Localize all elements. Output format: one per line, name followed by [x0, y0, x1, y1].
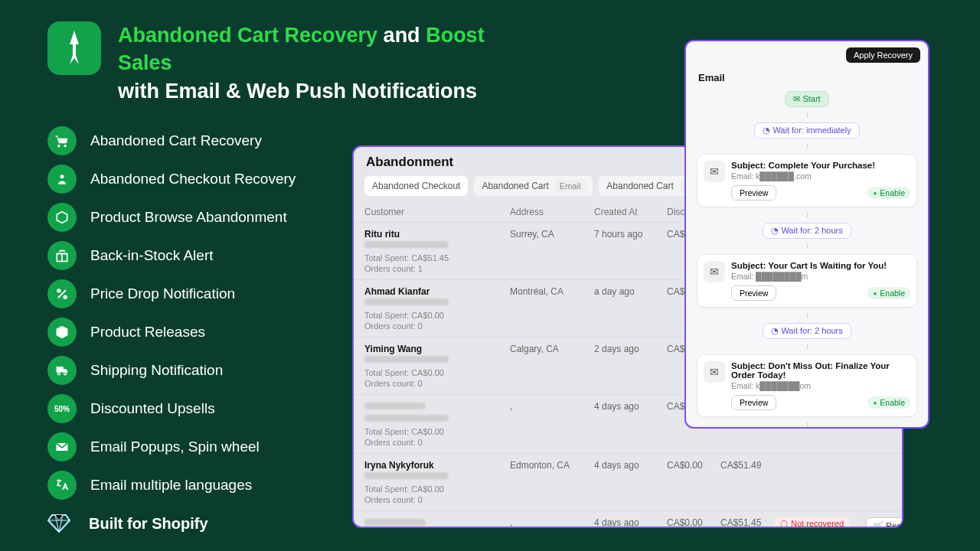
feature-label: Email Popups, Spin wheel [90, 439, 260, 455]
hero-heading: Abandoned Cart Recovery and Boost Sales … [47, 21, 492, 105]
box-icon [47, 203, 77, 232]
flow-start-pill: ✉ Start [785, 91, 828, 107]
tab-abandoned-checkout[interactable]: Abandoned Checkout [364, 176, 468, 196]
email-address: Email: k███████om [731, 381, 910, 390]
table-row[interactable]: Iryna Nykyforuk Total Spent: CA$0.00 Ord… [354, 453, 902, 510]
language-icon [47, 471, 77, 500]
percent-icon [47, 279, 77, 308]
svg-point-5 [64, 373, 67, 375]
email-step-card[interactable]: ✉ Subject: Don't Miss Out: Finalize Your… [697, 354, 917, 417]
svg-point-2 [57, 289, 60, 292]
feature-label: Email multiple languages [90, 477, 252, 494]
cart-icon [47, 126, 77, 155]
box-icon [47, 318, 77, 347]
status-not-recovered: Not recovered [774, 517, 850, 528]
table-row[interactable]: Total Spent: CA$0.00 Orders count: 0 , 4… [354, 510, 902, 528]
feature-label: Product Releases [90, 324, 205, 341]
email-step-card[interactable]: ✉ Subject: Complete Your Purchase! Email… [697, 154, 917, 207]
app-logo [47, 21, 101, 75]
feature-label: Product Browse Abandonment [90, 209, 287, 226]
heading-part1: Abandoned Cart Recovery [118, 24, 377, 47]
email-address: Email: k██████.com [731, 171, 910, 181]
flow-wait-pill: ◔ Wait for: immediately [754, 122, 859, 139]
checkout-icon [47, 165, 77, 194]
enable-pill[interactable]: Enable [867, 187, 910, 199]
email-flow-panel: Apply Recovery Email ✉ Start◔ Wait for: … [684, 40, 929, 429]
mail-icon: ✉ [704, 261, 725, 282]
enable-pill[interactable]: Enable [867, 396, 910, 409]
mail-icon: ✉ [704, 361, 725, 383]
enable-pill[interactable]: Enable [867, 287, 910, 299]
gift-icon [47, 241, 77, 270]
preview-button[interactable]: Preview [731, 395, 776, 410]
apply-recovery-button[interactable]: Apply Recovery [846, 47, 920, 63]
mail-icon [47, 432, 77, 461]
flow-wait-pill: ◔ Wait for: 2 hours [763, 223, 851, 239]
feature-label: Abandoned Checkout Recovery [90, 171, 296, 187]
feature-label: Shipping Notification [90, 362, 223, 379]
recover-button[interactable]: 🛒 Recover [866, 517, 903, 528]
heading-part2: and [384, 24, 420, 47]
email-subject: Subject: Complete Your Purchase! [731, 161, 910, 170]
built-label: Built for Shopify [89, 515, 208, 533]
preview-button[interactable]: Preview [731, 185, 776, 201]
svg-point-0 [60, 174, 64, 178]
svg-point-4 [57, 373, 60, 375]
svg-point-3 [64, 296, 67, 298]
truck-icon [47, 356, 77, 385]
feature-label: Back-in-Stock Alert [90, 247, 214, 264]
email-subject: Subject: Your Cart Is Waiting for You! [731, 261, 910, 270]
mail-icon: ✉ [704, 161, 725, 182]
feature-label: Discounted Upsells [90, 400, 215, 417]
diamond-icon [47, 514, 75, 533]
email-address: Email: ████████m [731, 272, 910, 281]
email-step-card[interactable]: ✉ Subject: Your Cart Is Waiting for You!… [697, 254, 917, 308]
heading-part4: with Email & Web Push Notifications [118, 80, 477, 103]
feature-label: Abandoned Cart Recovery [90, 132, 262, 149]
tab-abandoned-cart-email[interactable]: Abandoned CartEmail [474, 176, 593, 196]
email-subject: Subject: Don't Miss Out: Finalize Your O… [731, 361, 910, 380]
preview-button[interactable]: Preview [731, 285, 776, 301]
flow-wait-pill: ◔ Wait for: 2 hours [763, 323, 851, 339]
discount-badge-icon: 50% [47, 394, 77, 423]
feature-label: Price Drop Notification [90, 285, 235, 302]
